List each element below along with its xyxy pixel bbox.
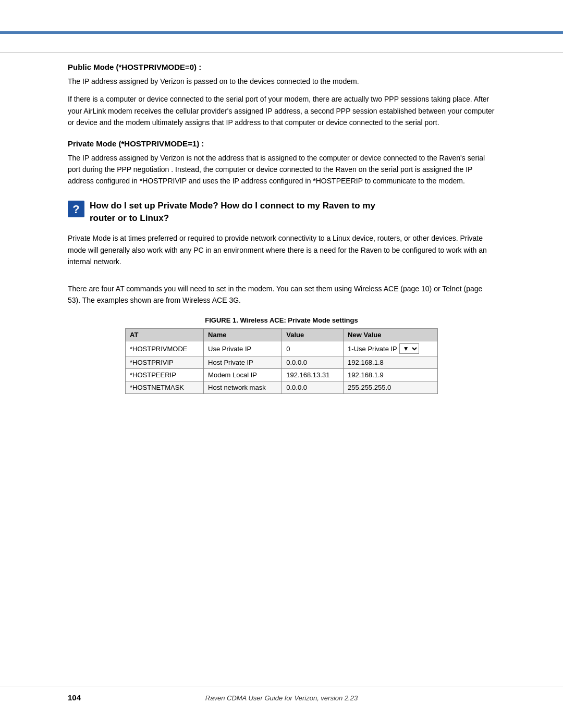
top-accent-rule (0, 31, 563, 34)
cell-value: 0 (282, 341, 344, 356)
public-mode-section: Public Mode (*HOSTPRIVMODE=0) : The IP a… (68, 63, 495, 129)
faq-para1: Private Mode is at times preferred or re… (68, 232, 495, 267)
cell-new-value: 255.255.255.0 (344, 381, 438, 394)
table-row: *HOSTNETMASKHost network mask0.0.0.0255.… (126, 381, 438, 394)
cell-name: Host Private IP (204, 356, 282, 369)
cell-at: *HOSTPRIVMODE (126, 341, 204, 356)
sub-rule (0, 52, 563, 53)
public-mode-para1: The IP address assigned by Verizon is pa… (68, 76, 495, 87)
cell-name: Use Private IP (204, 341, 282, 356)
cell-new-value: 192.168.1.8 (344, 356, 438, 369)
wireless-ace-table: AT Name Value New Value *HOSTPRIVMODEUse… (125, 328, 438, 394)
cell-new-value: 1-Use Private IP▼ (344, 341, 438, 356)
col-new-value: New Value (344, 329, 438, 341)
figure-caption: FIGURE 1. Wireless ACE: Private Mode set… (68, 316, 495, 324)
table-row: *HOSTPRIVMODEUse Private IP01-Use Privat… (126, 341, 438, 356)
svg-text:?: ? (72, 203, 79, 216)
col-value: Value (282, 329, 344, 341)
bottom-rule (0, 686, 563, 686)
private-mode-heading: Private Mode (*HOSTPRIVMODE=1) : (68, 139, 495, 148)
table-row: *HOSTPRIVIPHost Private IP0.0.0.0192.168… (126, 356, 438, 369)
table-row: *HOSTPEERIPModem Local IP192.168.13.3119… (126, 369, 438, 381)
col-name: Name (204, 329, 282, 341)
faq-section: ? How do I set up Private Mode? How do I… (68, 200, 495, 225)
cell-value: 0.0.0.0 (282, 356, 344, 369)
footer-text: Raven CDMA User Guide for Verizon, versi… (205, 694, 358, 702)
private-mode-para1: The IP address assigned by Verizon is no… (68, 152, 495, 187)
private-mode-section: Private Mode (*HOSTPRIVMODE=1) : The IP … (68, 139, 495, 187)
content-area: Public Mode (*HOSTPRIVMODE=0) : The IP a… (68, 63, 495, 394)
public-mode-heading: Public Mode (*HOSTPRIVMODE=0) : (68, 63, 495, 71)
faq-icon: ? (68, 201, 84, 217)
public-mode-para2: If there is a computer or device connect… (68, 93, 495, 128)
page-number: 104 (68, 693, 81, 702)
page-container: Public Mode (*HOSTPRIVMODE=0) : The IP a… (0, 0, 563, 728)
cell-at: *HOSTNETMASK (126, 381, 204, 394)
cell-value: 192.168.13.31 (282, 369, 344, 381)
use-private-ip-dropdown[interactable]: ▼ (399, 343, 419, 354)
col-at: AT (126, 329, 204, 341)
faq-para2: There are four AT commands you will need… (68, 283, 495, 306)
faq-heading: How do I set up Private Mode? How do I c… (90, 200, 375, 225)
table-header-row: AT Name Value New Value (126, 329, 438, 341)
cell-at: *HOSTPRIVIP (126, 356, 204, 369)
cell-name: Modem Local IP (204, 369, 282, 381)
cell-new-value: 192.168.1.9 (344, 369, 438, 381)
cell-at: *HOSTPEERIP (126, 369, 204, 381)
cell-value: 0.0.0.0 (282, 381, 344, 394)
cell-name: Host network mask (204, 381, 282, 394)
